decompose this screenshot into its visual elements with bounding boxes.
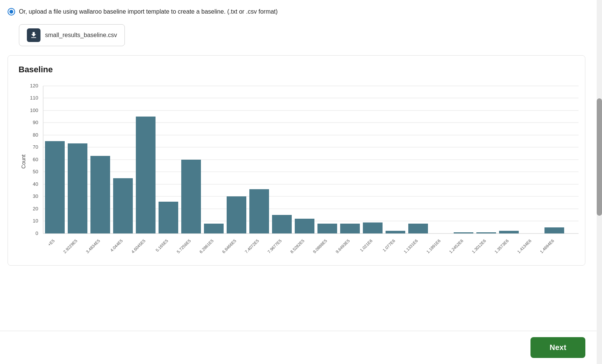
bar-15 xyxy=(363,222,383,233)
next-button[interactable]: Next xyxy=(530,337,585,358)
radio-option-row[interactable]: Or, upload a file using wallaroo baselin… xyxy=(8,8,585,16)
upload-svg-icon xyxy=(30,31,38,39)
svg-text:5.7256E5: 5.7256E5 xyxy=(176,238,192,254)
upload-icon xyxy=(27,28,40,42)
bar-20 xyxy=(476,232,496,233)
svg-text:7.9677E5: 7.9677E5 xyxy=(267,238,283,254)
svg-text:8.5282E5: 8.5282E5 xyxy=(289,238,305,254)
svg-text:90: 90 xyxy=(33,120,38,125)
svg-text:Count: Count xyxy=(20,155,26,169)
bar-16 xyxy=(386,231,405,233)
chart-card: Baseline 0 10 xyxy=(8,55,585,266)
bar-23 xyxy=(544,227,564,233)
radio-button[interactable] xyxy=(8,8,15,16)
svg-text:50: 50 xyxy=(33,169,38,174)
svg-text:120: 120 xyxy=(30,83,38,89)
chart-svg-container: 0 10 20 30 40 50 xyxy=(19,82,574,258)
page-container: Or, upload a file using wallaroo baselin… xyxy=(0,0,602,364)
svg-text:5.165E5: 5.165E5 xyxy=(155,238,169,252)
main-content: Or, upload a file using wallaroo baselin… xyxy=(0,0,597,273)
svg-text:+E5: +E5 xyxy=(47,238,56,247)
svg-text:40: 40 xyxy=(33,181,38,187)
svg-text:1.2452E6: 1.2452E6 xyxy=(448,238,464,254)
upload-button[interactable]: small_results_baseline.csv xyxy=(19,24,125,46)
bar-2 xyxy=(68,143,87,233)
svg-text:3.4834E5: 3.4834E5 xyxy=(85,238,101,254)
bar-12 xyxy=(295,219,314,233)
svg-text:4.044E5: 4.044E5 xyxy=(109,238,123,252)
baseline-histogram: 0 10 20 30 40 50 xyxy=(19,82,582,256)
svg-text:10: 10 xyxy=(33,218,38,224)
bar-21 xyxy=(499,231,519,233)
radio-label: Or, upload a file using wallaroo baselin… xyxy=(19,8,278,16)
svg-text:20: 20 xyxy=(33,206,38,212)
bottom-bar: Next xyxy=(0,331,597,364)
svg-text:60: 60 xyxy=(33,157,38,162)
bar-3 xyxy=(90,156,110,233)
svg-text:80: 80 xyxy=(33,132,38,138)
svg-text:0: 0 xyxy=(36,230,38,236)
bar-11 xyxy=(272,215,292,233)
bar-17 xyxy=(408,224,428,233)
svg-text:6.2861E5: 6.2861E5 xyxy=(199,238,215,254)
svg-text:1.077E6: 1.077E6 xyxy=(382,238,396,252)
scrollbar-thumb[interactable] xyxy=(597,98,602,216)
svg-text:1.4134E6: 1.4134E6 xyxy=(516,238,532,254)
svg-text:1.3012E6: 1.3012E6 xyxy=(471,238,487,254)
svg-text:1.3573E6: 1.3573E6 xyxy=(494,238,510,254)
bar-4 xyxy=(113,178,133,233)
svg-text:30: 30 xyxy=(33,193,38,199)
svg-text:7.4072E5: 7.4072E5 xyxy=(244,238,260,254)
upload-filename: small_results_baseline.csv xyxy=(45,32,117,39)
svg-text:9.6493E5: 9.6493E5 xyxy=(335,238,351,254)
svg-text:2.9229E5: 2.9229E5 xyxy=(62,238,78,254)
bar-1 xyxy=(45,141,65,233)
svg-text:6.8466E5: 6.8466E5 xyxy=(221,238,237,254)
svg-text:1.1331E6: 1.1331E6 xyxy=(403,238,419,254)
bar-5 xyxy=(136,117,156,233)
bar-9 xyxy=(227,196,246,233)
radio-selected-indicator xyxy=(9,10,13,14)
svg-text:70: 70 xyxy=(33,144,38,150)
svg-text:110: 110 xyxy=(30,95,38,101)
svg-text:100: 100 xyxy=(30,107,38,113)
bar-13 xyxy=(317,224,337,233)
bar-8 xyxy=(204,224,224,233)
bar-10 xyxy=(249,189,269,233)
svg-text:1.021E6: 1.021E6 xyxy=(359,238,373,252)
svg-text:9.0888E5: 9.0888E5 xyxy=(312,238,328,254)
bar-7 xyxy=(181,160,201,233)
svg-text:4.6045E5: 4.6045E5 xyxy=(131,238,146,254)
scrollbar-track xyxy=(597,0,602,364)
svg-text:1.4694E6: 1.4694E6 xyxy=(539,238,555,254)
bar-19 xyxy=(454,232,473,233)
chart-title: Baseline xyxy=(19,65,574,75)
svg-text:1.1891E6: 1.1891E6 xyxy=(426,238,442,254)
bar-6 xyxy=(159,202,178,233)
bar-14 xyxy=(340,224,360,233)
